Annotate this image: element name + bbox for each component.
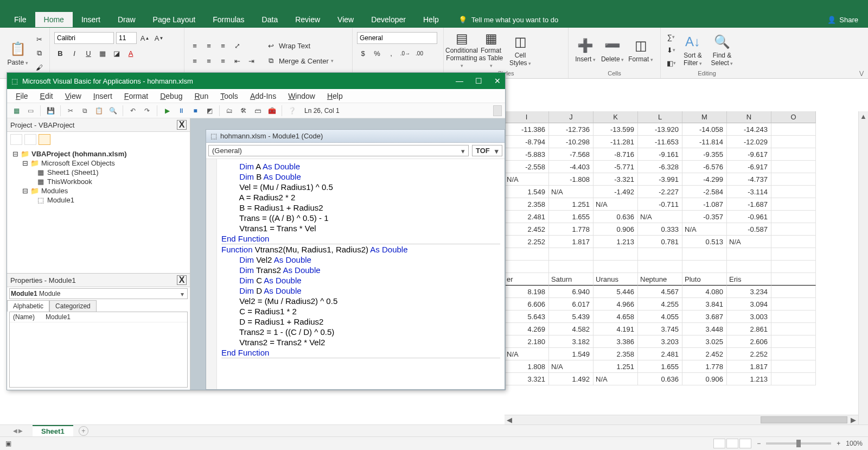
cell[interactable]: 4.255 — [638, 298, 682, 310]
cell[interactable]: 5.446 — [593, 286, 638, 298]
cell[interactable]: -6.328 — [638, 161, 682, 173]
cell[interactable]: 1.778 — [549, 223, 593, 236]
decrease-font-icon[interactable]: A▼ — [153, 32, 165, 44]
cell[interactable]: 2.481 — [638, 348, 682, 360]
format-painter-icon[interactable]: 🖌 — [33, 61, 45, 73]
object-browser-icon[interactable]: 🗃 — [252, 105, 264, 117]
cell[interactable]: 1.251 — [549, 198, 593, 211]
toggle-folders-icon[interactable] — [39, 134, 50, 145]
find-select-button[interactable]: 🔍Find & Select — [709, 31, 736, 69]
cell[interactable]: -11.653 — [638, 136, 682, 148]
sort-filter-button[interactable]: A↓Sort & Filter — [679, 31, 706, 69]
decrease-decimal-icon[interactable]: .00 — [413, 47, 425, 59]
cell[interactable]: 1.817 — [549, 236, 593, 248]
column-header[interactable]: L — [638, 111, 682, 123]
percent-icon[interactable]: % — [371, 47, 383, 59]
cell[interactable]: 3.003 — [727, 310, 771, 323]
redo-icon[interactable]: ↷ — [141, 105, 153, 117]
cell[interactable]: 0.513 — [682, 236, 727, 248]
merge-center-button[interactable]: ⧉Merge & Center — [265, 55, 334, 67]
view-code-icon[interactable] — [10, 134, 22, 145]
underline-button[interactable]: U — [82, 47, 94, 59]
procedure-dropdown[interactable]: TOF — [472, 145, 502, 156]
close-icon[interactable]: ✕ — [494, 77, 501, 85]
props-tab-categorized[interactable]: Categorized — [49, 300, 97, 312]
column-header[interactable]: I — [505, 111, 549, 123]
cell[interactable]: 2.252 — [505, 236, 549, 248]
cell[interactable] — [771, 298, 816, 310]
properties-icon[interactable]: 🛠 — [238, 105, 250, 117]
fill-color-icon[interactable]: ◪ — [111, 47, 123, 59]
cell[interactable]: 1.213 — [727, 373, 771, 385]
insert-button[interactable]: ➕Insert — [573, 31, 598, 69]
cell[interactable]: -5.883 — [505, 148, 549, 161]
ribbon-tab-page-layout[interactable]: Page Layout — [144, 12, 205, 27]
cell[interactable] — [771, 211, 816, 223]
cell[interactable]: 2.481 — [505, 211, 549, 223]
cell[interactable] — [727, 248, 771, 261]
cell[interactable] — [771, 348, 816, 360]
cell[interactable] — [771, 248, 816, 261]
comma-icon[interactable]: , — [385, 47, 397, 59]
cell[interactable]: N/A — [593, 198, 638, 211]
cell[interactable]: 4.567 — [638, 286, 682, 298]
cell[interactable]: -3.321 — [593, 173, 638, 186]
cell[interactable]: -1.808 — [549, 173, 593, 186]
ribbon-tab-insert[interactable]: Insert — [73, 12, 109, 27]
ribbon-tab-view[interactable]: View — [329, 12, 362, 27]
align-left-icon[interactable]: ≡ — [189, 55, 201, 67]
cell[interactable]: -5.771 — [593, 161, 638, 173]
cell[interactable]: 1.549 — [505, 186, 549, 198]
bold-button[interactable]: B — [54, 47, 66, 59]
cell[interactable]: 6.606 — [505, 298, 549, 310]
vba-menu-view[interactable]: View — [60, 91, 87, 102]
cell[interactable]: -3.991 — [638, 173, 682, 186]
cell[interactable]: 3.094 — [727, 298, 771, 310]
cell[interactable]: 3.321 — [505, 373, 549, 385]
cell[interactable]: -8.794 — [505, 136, 549, 148]
cell[interactable]: 8.198 — [505, 286, 549, 298]
page-break-view-icon[interactable] — [739, 439, 751, 448]
cell[interactable]: -13.920 — [638, 123, 682, 136]
cell[interactable]: -1.687 — [727, 198, 771, 211]
zoom-in-icon[interactable]: + — [837, 440, 840, 447]
cell[interactable]: -6.917 — [727, 161, 771, 173]
vba-menu-insert[interactable]: Insert — [88, 91, 118, 102]
toolbox-icon[interactable]: 🧰 — [266, 105, 278, 117]
design-mode-icon[interactable]: ◩ — [203, 105, 215, 117]
cell[interactable]: N/A — [505, 173, 549, 186]
cell[interactable]: 1.778 — [682, 360, 727, 373]
cell[interactable]: -3.114 — [727, 186, 771, 198]
save-icon[interactable]: 💾 — [44, 105, 56, 117]
cell[interactable]: 3.687 — [682, 310, 727, 323]
add-sheet-button[interactable]: + — [79, 426, 88, 436]
font-size-input[interactable] — [116, 32, 137, 44]
cell[interactable]: 3.448 — [682, 323, 727, 335]
column-header[interactable]: K — [593, 111, 638, 123]
project-explorer-icon[interactable]: 🗂 — [224, 105, 235, 117]
excel-icon[interactable]: ▦ — [10, 105, 22, 117]
cell[interactable]: 2.861 — [727, 323, 771, 335]
run-icon[interactable]: ▶ — [161, 105, 173, 117]
vba-menu-file[interactable]: File — [10, 91, 34, 102]
cell[interactable] — [771, 123, 816, 136]
cell[interactable]: Neptune — [638, 273, 682, 286]
align-center-icon[interactable]: ≡ — [203, 55, 215, 67]
page-layout-view-icon[interactable] — [726, 439, 738, 448]
increase-decimal-icon[interactable]: .0→ — [399, 47, 411, 59]
cell[interactable]: -1.087 — [682, 198, 727, 211]
cell[interactable]: -9.355 — [682, 148, 727, 161]
cell[interactable]: 3.745 — [638, 323, 682, 335]
column-header[interactable]: N — [727, 111, 771, 123]
cell[interactable]: N/A — [727, 236, 771, 248]
cell[interactable]: 0.636 — [638, 373, 682, 385]
cell[interactable] — [727, 261, 771, 273]
cell[interactable]: -9.617 — [727, 148, 771, 161]
cell[interactable]: -0.587 — [727, 223, 771, 236]
cell[interactable]: -14.243 — [727, 123, 771, 136]
cell[interactable]: -4.737 — [727, 173, 771, 186]
cell[interactable] — [593, 261, 638, 273]
cell[interactable]: -13.599 — [593, 123, 638, 136]
view-object-icon[interactable] — [24, 134, 36, 145]
cell[interactable]: 3.025 — [682, 335, 727, 348]
